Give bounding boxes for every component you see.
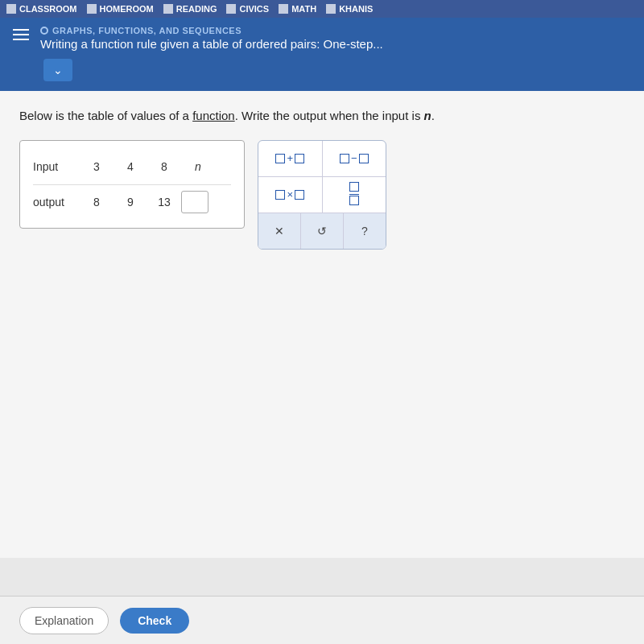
answer-input-box[interactable] [181, 191, 208, 213]
box-times-box-button[interactable]: × [258, 177, 323, 213]
box-plus-box-button[interactable]: + [258, 141, 323, 176]
explanation-button[interactable]: Explanation [19, 607, 109, 634]
input-val-2: 4 [114, 160, 147, 173]
menu-button[interactable] [13, 29, 29, 40]
header-text-block: GRAPHS, FUNCTIONS, AND SEQUENCES Writing… [40, 26, 383, 51]
input-val-3: 8 [147, 160, 181, 173]
sq6 [295, 190, 304, 200]
sq3 [340, 154, 349, 163]
sq4 [359, 154, 369, 163]
classroom-icon [6, 4, 16, 14]
dropdown-button[interactable]: ⌄ [43, 59, 72, 81]
box-minus-box-button[interactable]: − [323, 141, 386, 176]
bottom-bar: Explanation Check [0, 596, 644, 644]
question-text: Below is the table of values of a functi… [19, 107, 625, 126]
keypad-row-3: ✕ ↺ ? [258, 213, 386, 249]
sq1 [275, 154, 285, 163]
math-keypad: + − × [258, 140, 386, 250]
function-table: Input 3 4 8 n output 8 9 13 [19, 140, 245, 229]
fraction-button[interactable] [323, 177, 386, 213]
nav-khanis[interactable]: KHANIS [326, 4, 373, 14]
nav-math[interactable]: MATH [279, 4, 316, 14]
keypad-row-2: × [258, 177, 386, 213]
homeroom-icon [87, 4, 97, 14]
header-subtitle: GRAPHS, FUNCTIONS, AND SEQUENCES [40, 26, 383, 35]
math-icon [279, 4, 288, 14]
sq8 [349, 196, 359, 205]
undo-button[interactable]: ↺ [301, 213, 344, 249]
table-input-row: Input 3 4 8 n [33, 149, 231, 184]
table-keypad-row: Input 3 4 8 n output 8 9 13 + [19, 140, 625, 250]
output-answer-cell [181, 191, 215, 213]
input-label: Input [33, 160, 80, 173]
sq7 [349, 182, 359, 192]
header-title: Writing a function rule given a table of… [40, 37, 383, 51]
nav-reading[interactable]: READING [163, 4, 217, 14]
output-val-2: 9 [114, 196, 147, 208]
input-val-n: n [181, 160, 215, 173]
civics-icon [226, 4, 236, 14]
nav-classroom[interactable]: CLASSROOM [6, 4, 77, 14]
input-val-1: 3 [80, 160, 114, 173]
page-header: GRAPHS, FUNCTIONS, AND SEQUENCES Writing… [0, 18, 644, 59]
output-val-3: 13 [147, 196, 181, 208]
reading-icon [163, 4, 173, 14]
top-navigation: CLASSROOM HOMEROOM READING CIVICS MATH K… [0, 0, 644, 18]
circle-icon [40, 27, 48, 35]
output-label: output [33, 196, 80, 208]
sq2 [295, 154, 304, 163]
fraction-symbol [349, 182, 359, 207]
check-button[interactable]: Check [120, 608, 189, 634]
clear-button[interactable]: ✕ [258, 213, 301, 249]
sq5 [275, 190, 285, 200]
table-output-row: output 8 9 13 [33, 184, 231, 220]
keypad-row-1: + − [258, 141, 386, 177]
dropdown-container: ⌄ [0, 59, 644, 91]
help-button[interactable]: ? [344, 213, 386, 249]
output-val-1: 8 [80, 196, 114, 208]
nav-civics[interactable]: CIVICS [226, 4, 269, 14]
main-content: Below is the table of values of a functi… [0, 91, 644, 558]
nav-homeroom[interactable]: HOMEROOM [87, 4, 154, 14]
variable-n: n [424, 109, 431, 122]
function-link[interactable]: function [192, 109, 235, 122]
khanis-icon [326, 4, 336, 14]
